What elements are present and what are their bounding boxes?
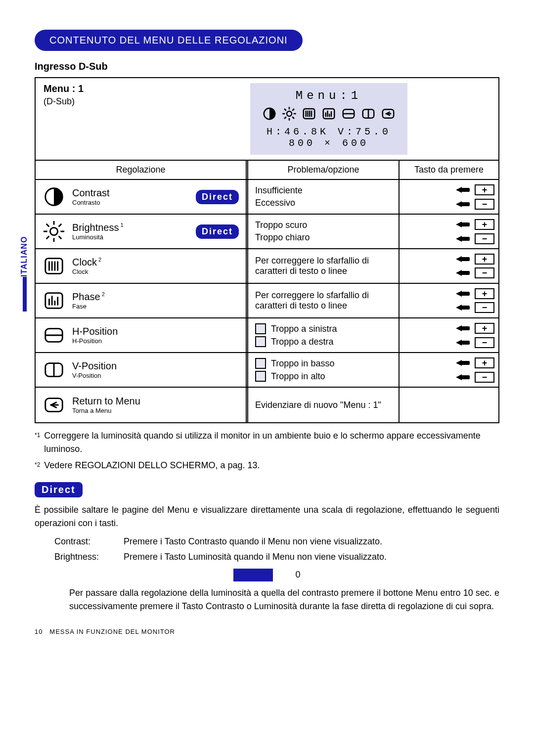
svg-point-1 — [287, 111, 292, 116]
problem-cell: Per correggere lo sfarfallio di caratter… — [248, 284, 400, 317]
vpos-icon — [43, 358, 65, 381]
key-cell: +− — [400, 180, 498, 214]
col-header-problema: Problema/opzione — [248, 161, 400, 179]
problem-option: Per correggere lo sfarfallio di caratter… — [255, 290, 392, 311]
hpos-icon — [341, 106, 356, 121]
osd-preview: Menu:1 H:46.8K V:75.0 800 × 600 — [250, 83, 407, 155]
key-press-indicator: + — [456, 254, 494, 265]
key-press-indicator: + — [456, 219, 494, 230]
blue-block — [233, 569, 273, 581]
menu-id-cell: Menu : 1 (D-Sub) — [36, 78, 159, 160]
footnote-mark-2: *2 — [35, 459, 40, 472]
setting-name: H-Position — [72, 326, 239, 337]
svg-line-33 — [59, 236, 62, 239]
setting-name: Clock 2 — [72, 257, 239, 268]
position-indicator-icon — [255, 323, 266, 334]
problem-cell: Evidenziare di nuovo "Menu : 1" — [248, 388, 400, 422]
setting-translation: Luminosità — [72, 233, 189, 241]
direct-para2: Per passare dalla regolazione della lumi… — [69, 586, 499, 613]
direct-item-val-0: Premere i Tasto Contrasto quando il Menu… — [124, 535, 382, 548]
col-header-tasto: Tasto da premere — [400, 161, 498, 179]
menu-number: Menu : 1 — [44, 83, 151, 94]
table-header: Regolazione Problema/opzione Tasto da pr… — [36, 161, 498, 180]
problem-cell: Troppo scuroTroppo chiaro — [248, 215, 400, 248]
zero-marker: 0 — [296, 570, 301, 579]
position-indicator-icon — [255, 358, 266, 369]
hand-pointer-icon — [456, 358, 471, 368]
problem-option: Per correggere lo sfarfallio di caratter… — [255, 256, 392, 276]
problem-option: Troppo scuro — [255, 220, 392, 230]
footnote-2: Vedere REGOLAZIONI DELLO SCHERMO, a pag.… — [44, 459, 260, 472]
input-source-heading: Ingresso D-Sub — [35, 61, 499, 72]
minus-button-icon: − — [475, 233, 494, 244]
direct-item-key-0: Contrast: — [54, 535, 114, 548]
hand-pointer-icon — [456, 254, 471, 264]
contrast-icon — [43, 185, 65, 208]
setting-translation: Torna a Menu — [72, 407, 239, 414]
setting-translation: Clock — [72, 268, 239, 275]
problem-option: Eccessivo — [255, 198, 392, 208]
plus-button-icon: + — [475, 323, 494, 334]
setting-translation: V-Position — [72, 372, 239, 379]
key-cell: +− — [400, 215, 498, 248]
menu-source: (D-Sub) — [44, 96, 151, 107]
return-icon — [381, 106, 396, 121]
direct-item-key-1: Brightness: — [54, 550, 114, 564]
key-cell — [400, 388, 498, 422]
plus-button-icon: + — [475, 254, 494, 265]
position-indicator-icon — [255, 371, 266, 382]
osd-res: 800 × 600 — [262, 137, 396, 149]
direct-section-title: Direct — [35, 482, 83, 497]
table-row: H-PositionH-PositionTroppo a sinistraTro… — [36, 318, 498, 353]
footnote-mark-1: *1 — [35, 429, 40, 456]
hand-pointer-icon — [456, 185, 471, 195]
setting-translation: Fase — [72, 303, 239, 310]
setting-name: Brightness 1 — [72, 222, 189, 233]
svg-line-8 — [284, 117, 286, 119]
problem-option: Troppo a destra — [255, 336, 392, 347]
svg-line-34 — [46, 236, 49, 239]
plus-button-icon: + — [475, 357, 494, 368]
setting-name: Return to Menu — [72, 396, 239, 407]
vpos-icon — [361, 106, 376, 121]
page-footer: 10 MESSA IN FUNZIONE DEL MONITOR — [35, 628, 499, 635]
osd-title: Menu:1 — [262, 89, 396, 102]
minus-button-icon: − — [475, 372, 494, 383]
table-row: ContrastContrastoDirectInsufficienteEcce… — [36, 180, 498, 215]
brightness-icon — [282, 106, 297, 121]
key-cell: +− — [400, 284, 498, 317]
direct-intro: È possibile saltare le pagine del Menu e… — [35, 503, 499, 530]
problem-cell: InsufficienteEccessivo — [248, 180, 400, 214]
hand-pointer-icon — [456, 303, 471, 312]
osd-freq: H:46.8K V:75.0 — [262, 126, 396, 137]
key-press-indicator: + — [456, 184, 494, 195]
hand-pointer-icon — [456, 323, 471, 333]
footnote-1: Correggere la luminosità quando si utili… — [44, 429, 499, 456]
setting-name: Contrast — [72, 187, 189, 199]
direct-badge: Direct — [196, 224, 239, 239]
col-header-regolazione: Regolazione — [36, 161, 248, 179]
table-row: Clock 2ClockPer correggere lo sfarfallio… — [36, 249, 498, 284]
table-row: Brightness 1LuminositàDirectTroppo scuro… — [36, 215, 498, 249]
key-cell: +− — [400, 353, 498, 387]
table-row: Return to MenuTorna a MenuEvidenziare di… — [36, 388, 498, 422]
problem-option: Insufficiente — [255, 185, 392, 196]
phase-icon — [43, 289, 65, 312]
table-row: Phase 2FasePer correggere lo sfarfallio … — [36, 284, 498, 318]
clock-icon — [43, 255, 65, 277]
minus-button-icon: − — [475, 302, 494, 313]
plus-button-icon: + — [475, 184, 494, 195]
direct-item-val-1: Premere i Tasto Luminosità quando il Men… — [124, 550, 387, 564]
problem-cell: Per correggere lo sfarfallio di caratter… — [248, 249, 400, 283]
clock-icon — [302, 106, 316, 121]
setting-translation: Contrasto — [72, 199, 189, 206]
setting-translation: H-Position — [72, 337, 239, 345]
minus-button-icon: − — [475, 337, 494, 348]
svg-line-9 — [292, 109, 294, 111]
hand-pointer-icon — [456, 199, 471, 209]
direct-badge: Direct — [196, 190, 239, 204]
key-cell: +− — [400, 249, 498, 283]
problem-option: Troppo a sinistra — [255, 323, 392, 334]
key-press-indicator: + — [456, 323, 494, 334]
hand-pointer-icon — [456, 338, 471, 348]
